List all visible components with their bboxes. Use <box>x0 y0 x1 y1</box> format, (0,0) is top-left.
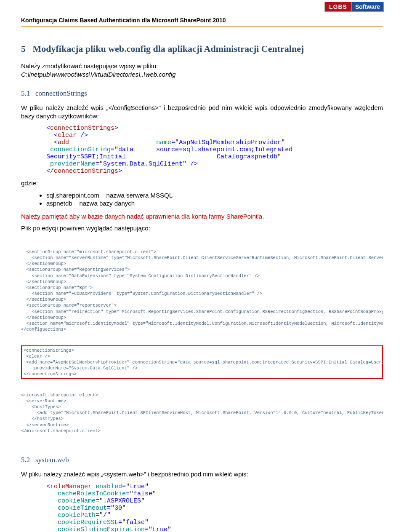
section-5-1-para: W pliku należy znaleźć wpis „</configSec… <box>21 104 383 121</box>
section-5-1-heading: 5.1 connectionStrings <box>21 89 383 98</box>
logo-right: Software <box>351 2 384 12</box>
config-snapshot-pre: <sectionGroup name="microsoft.sharepoint… <box>21 249 383 332</box>
warning-text: Należy pamiętać aby w bazie danych nadać… <box>21 213 383 220</box>
code-block-rolemanager: <roleManager enabled="true" cacheRolesIn… <box>46 483 383 532</box>
config-snapshot-highlight: <connectionStrings> <clear /> <add name=… <box>21 345 383 380</box>
section-5-intro: Należy zmodyfikować następujące wpisy w … <box>21 62 383 79</box>
where-label: gdzie: <box>21 179 383 187</box>
section-5-2-para: W pliku należy znaleźć wpis „<system.web… <box>21 470 383 479</box>
logo-left: LGBS <box>324 2 352 12</box>
section-5-heading: 5 Modyfikacja pliku web.config dla aplik… <box>21 43 383 54</box>
where-list: sql.sharepoint.com – nazwa serwera MSSQL… <box>38 192 383 207</box>
list-item: aspnetdb – nazwa bazy danych <box>46 200 383 207</box>
after-edit-text: Plik po edycji powinien wyglądać następu… <box>21 224 383 233</box>
config-snapshot: <sectionGroup name="microsoft.sharepoint… <box>21 237 383 446</box>
brand-logo: LGBSSoftware <box>324 2 384 12</box>
config-snapshot-post: <microsoft.sharepoint.client> <serverRun… <box>21 392 383 434</box>
list-item: sql.sharepoint.com – nazwa serwera MSSQL <box>46 192 383 199</box>
config-path: C:\inetpub\wwwroot\wss\VirtualDirectorie… <box>21 71 175 78</box>
code-block-connectionstrings: <connectionStrings> <clear /> <add name=… <box>46 125 383 175</box>
section-5-2-heading: 5.2 system.web <box>21 456 383 464</box>
